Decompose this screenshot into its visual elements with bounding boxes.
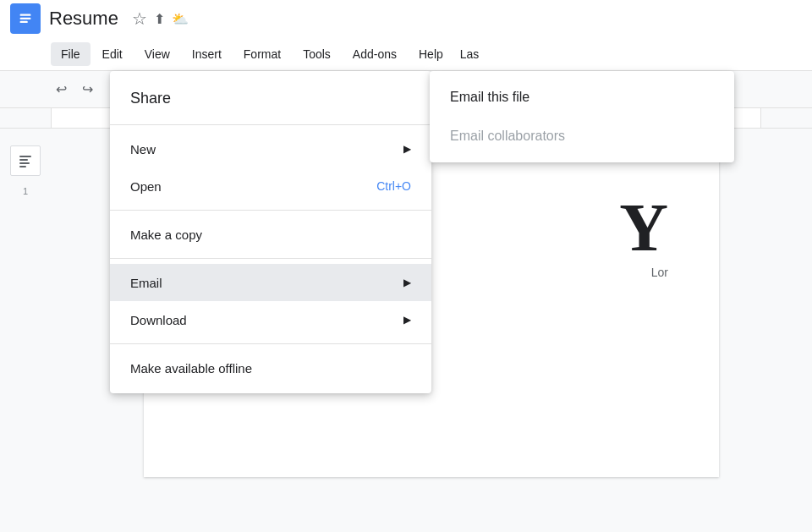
dropdown-item-email[interactable]: Email ▶ — [110, 264, 431, 301]
svg-rect-14 — [19, 159, 28, 161]
dropdown-item-new-arrow: ▶ — [403, 143, 411, 155]
svg-rect-16 — [19, 166, 26, 167]
dropdown-share-item[interactable]: Share — [110, 78, 431, 119]
menu-item-format[interactable]: Format — [233, 42, 291, 66]
menu-item-edit[interactable]: Edit — [92, 42, 133, 66]
document-title: Resume — [49, 8, 118, 30]
menu-item-file[interactable]: File — [51, 42, 91, 66]
left-panel: 1 — [0, 129, 51, 532]
menu-item-tools[interactable]: Tools — [293, 42, 341, 66]
dropdown-separator-3 — [110, 258, 431, 259]
dropdown-item-email-label: Email — [130, 276, 162, 290]
dropdown-item-open-shortcut: Ctrl+O — [376, 179, 411, 193]
menu-bar: File Edit View Insert Format Tools Add-o… — [0, 37, 812, 71]
file-dropdown-menu: Share New ▶ Open Ctrl+O Make a copy Emai… — [110, 71, 431, 393]
title-bar: Resume ☆ ⬆ ⛅ — [0, 0, 812, 37]
submenu-item-email-collaborators: Email collaborators — [430, 117, 734, 156]
dropdown-item-open-label: Open — [130, 179, 162, 194]
bookmark-icon[interactable]: ⛅ — [172, 11, 189, 27]
svg-rect-13 — [19, 156, 31, 157]
dropdown-separator-2 — [110, 210, 431, 211]
submenu-item-email-file[interactable]: Email this file — [430, 78, 734, 117]
svg-rect-2 — [20, 18, 31, 19]
email-submenu: Email this file Email collaborators — [430, 71, 734, 162]
dropdown-item-email-arrow: ▶ — [403, 277, 411, 288]
redo-button[interactable]: ↪ — [77, 78, 98, 101]
dropdown-item-make-copy-label: Make a copy — [130, 228, 202, 242]
page-number: 1 — [23, 186, 28, 196]
dropdown-item-new-label: New — [130, 142, 156, 156]
outline-icon[interactable] — [10, 145, 41, 176]
dropdown-item-offline-label: Make available offline — [130, 361, 252, 376]
dropdown-separator-1 — [110, 124, 431, 125]
star-icon[interactable]: ☆ — [132, 8, 147, 29]
large-letter: Y — [619, 189, 668, 266]
app-icon[interactable] — [10, 3, 41, 34]
dropdown-item-download-label: Download — [130, 313, 187, 327]
dropdown-item-new[interactable]: New ▶ — [110, 130, 431, 167]
menu-item-addons[interactable]: Add-ons — [343, 42, 407, 66]
dropdown-item-open[interactable]: Open Ctrl+O — [110, 167, 431, 205]
upload-icon[interactable]: ⬆ — [154, 11, 165, 27]
dropdown-item-offline[interactable]: Make available offline — [110, 349, 431, 387]
body-text: Lor — [651, 266, 668, 279]
dropdown-item-download-arrow: ▶ — [403, 314, 411, 326]
dropdown-item-make-copy[interactable]: Make a copy — [110, 216, 431, 253]
dropdown-item-download[interactable]: Download ▶ — [110, 301, 431, 338]
menu-item-last[interactable]: Las — [455, 42, 485, 66]
undo-button[interactable]: ↩ — [51, 78, 72, 101]
menu-item-help[interactable]: Help — [409, 42, 453, 66]
svg-rect-3 — [20, 21, 28, 23]
svg-rect-1 — [20, 14, 31, 16]
title-icons: ☆ ⬆ ⛅ — [132, 8, 189, 29]
dropdown-separator-4 — [110, 343, 431, 344]
svg-rect-15 — [19, 162, 30, 164]
menu-item-insert[interactable]: Insert — [182, 42, 232, 66]
menu-item-view[interactable]: View — [134, 42, 180, 66]
